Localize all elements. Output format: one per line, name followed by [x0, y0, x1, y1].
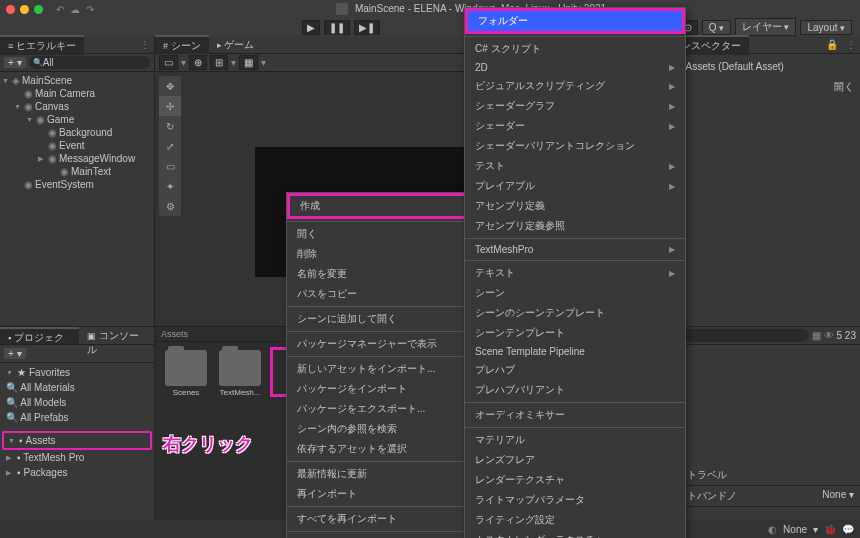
- submenu-item[interactable]: シーンテンプレート: [465, 323, 685, 343]
- hierarchy-item[interactable]: ▼◈ MainScene: [0, 74, 154, 87]
- submenu-item[interactable]: Scene Template Pipeline: [465, 343, 685, 360]
- submenu-item[interactable]: プレイアブル▶: [465, 176, 685, 196]
- assets-folder[interactable]: ▼▪ Assets: [2, 431, 152, 450]
- submenu-item[interactable]: シェーダーバリアントコレクション: [465, 136, 685, 156]
- submenu-item[interactable]: TextMeshPro▶: [465, 241, 685, 258]
- msg-icon[interactable]: 💬: [842, 524, 854, 535]
- minimize-icon[interactable]: [20, 5, 29, 14]
- maximize-icon[interactable]: [34, 5, 43, 14]
- step-button[interactable]: ▶❚: [354, 20, 380, 35]
- hierarchy-item[interactable]: ◉ MainText: [0, 165, 154, 178]
- tab-console[interactable]: ▣ コンソール: [79, 327, 154, 344]
- submenu-item[interactable]: シェーダーグラフ▶: [465, 96, 685, 116]
- submenu-item[interactable]: シーン: [465, 283, 685, 303]
- submenu-item[interactable]: ライティング設定: [465, 510, 685, 530]
- submenu-item[interactable]: C# スクリプト: [465, 39, 685, 59]
- submenu-item[interactable]: シェーダー▶: [465, 116, 685, 136]
- hierarchy-item[interactable]: ▼◉ Canvas: [0, 100, 154, 113]
- undo-icon[interactable]: ↶: [56, 4, 64, 15]
- submenu-item[interactable]: カスタムレンダーテクスチャ: [465, 530, 685, 538]
- hierarchy-tools: + ▾ 🔍 All: [0, 54, 154, 72]
- layers-dropdown[interactable]: レイヤー ▾: [735, 18, 797, 36]
- asset-folder[interactable]: Scenes: [163, 350, 209, 397]
- lock-icon[interactable]: 🔒: [822, 39, 842, 50]
- unity-icon: [336, 3, 348, 15]
- open-button[interactable]: 開く: [657, 80, 854, 94]
- top-toolbar: ▶ ❚❚ ▶❚ ⊙ Q ▾ レイヤー ▾ Layout ▾: [0, 18, 860, 36]
- asset-child[interactable]: ▶▪ TextMesh Pro: [2, 450, 152, 465]
- close-icon[interactable]: [6, 5, 15, 14]
- hierarchy-tree: ▼◈ MainScene◉ Main Camera▼◉ Canvas▼◉ Gam…: [0, 72, 154, 193]
- submenu-item[interactable]: レンダーテクスチャ: [465, 470, 685, 490]
- panel-menu-icon[interactable]: ⋮: [136, 39, 154, 50]
- status-icon[interactable]: ◐: [768, 524, 777, 535]
- transform-tool-icon[interactable]: ✦: [159, 176, 181, 196]
- packages-folder[interactable]: ▶▪ Packages: [2, 465, 152, 480]
- favorite-item[interactable]: 🔍 All Materials: [2, 380, 152, 395]
- tab-game[interactable]: ▸ ゲーム: [209, 36, 263, 54]
- tool-rect[interactable]: ▭: [159, 55, 178, 70]
- tab-scene[interactable]: # シーン: [155, 35, 209, 55]
- bug-icon[interactable]: 🐞: [824, 524, 836, 535]
- favorites-group[interactable]: ▼★Favorites: [2, 365, 152, 380]
- submenu-item[interactable]: アセンブリ定義参照: [465, 216, 685, 236]
- hierarchy-item[interactable]: ◉ Background: [0, 126, 154, 139]
- hierarchy-item[interactable]: ◉ Event: [0, 139, 154, 152]
- asset-name: Assets (Default Asset): [686, 61, 784, 72]
- submenu-item[interactable]: テスト▶: [465, 156, 685, 176]
- custom-tool-icon[interactable]: ⚙: [159, 196, 181, 216]
- project-add-button[interactable]: + ▾: [4, 348, 26, 359]
- tool-grid[interactable]: ▦: [239, 55, 258, 70]
- submenu-item[interactable]: ライトマップパラメータ: [465, 490, 685, 510]
- hand-tool-icon[interactable]: ✥: [159, 76, 181, 96]
- submenu-item[interactable]: フォルダー: [465, 8, 685, 34]
- move-tool-icon[interactable]: ✢: [159, 96, 181, 116]
- project-tree: ▼★Favorites 🔍 All Materials🔍 All Models🔍…: [0, 363, 154, 482]
- status-none: None: [783, 524, 807, 535]
- annotation-right-click: 右クリック: [163, 432, 253, 456]
- titlebar: ↶ ☁ ↷ MainScene - ELENA - Windows, Mac, …: [0, 0, 860, 18]
- hierarchy-search[interactable]: 🔍 All: [29, 56, 150, 69]
- filter-icon[interactable]: ▦: [812, 330, 821, 341]
- submenu-item[interactable]: マテリアル: [465, 430, 685, 450]
- submenu-item[interactable]: 2D▶: [465, 59, 685, 76]
- search-dropdown[interactable]: Q ▾: [702, 20, 731, 35]
- favorite-item[interactable]: 🔍 All Models: [2, 395, 152, 410]
- cloud-icon[interactable]: ☁: [70, 4, 80, 15]
- submenu-item: プレハブバリアント: [465, 380, 685, 400]
- submenu-item[interactable]: ビジュアルスクリプティング▶: [465, 76, 685, 96]
- submenu-item[interactable]: アセンブリ定義: [465, 196, 685, 216]
- layout-dropdown[interactable]: Layout ▾: [800, 20, 852, 35]
- project-panel: ▪ プロジェクト ▣ コンソール + ▾ ▼★Favorites 🔍 All M…: [0, 327, 155, 536]
- favorite-item[interactable]: 🔍 All Prefabs: [2, 410, 152, 425]
- tool-pivot[interactable]: ⊕: [189, 55, 207, 70]
- tool-strip: ✥ ✢ ↻ ⤢ ▭ ✦ ⚙: [159, 76, 181, 216]
- visibility-count: 5 23: [837, 330, 856, 341]
- hierarchy-item[interactable]: ◉ Main Camera: [0, 87, 154, 100]
- chevron-down-icon[interactable]: ▾: [813, 524, 818, 535]
- play-button[interactable]: ▶: [302, 20, 320, 35]
- submenu-item[interactable]: レンズフレア: [465, 450, 685, 470]
- eye-icon[interactable]: 👁: [824, 330, 834, 341]
- submenu-item[interactable]: プレハブ: [465, 360, 685, 380]
- rect-tool-icon[interactable]: ▭: [159, 156, 181, 176]
- hierarchy-item[interactable]: ◉ EventSystem: [0, 178, 154, 191]
- hierarchy-item[interactable]: ▼◉ Game: [0, 113, 154, 126]
- pause-button[interactable]: ❚❚: [324, 20, 350, 35]
- panel-menu-icon[interactable]: ⋮: [842, 39, 860, 50]
- submenu-item[interactable]: テキスト▶: [465, 263, 685, 283]
- submenu-item[interactable]: シーンのシーンテンプレート: [465, 303, 685, 323]
- hierarchy-item[interactable]: ▶◉ MessageWindow: [0, 152, 154, 165]
- hierarchy-tab-bar: ≡ ヒエラルキー ⋮: [0, 36, 154, 54]
- rotate-tool-icon[interactable]: ↻: [159, 116, 181, 136]
- window-controls: [6, 5, 43, 14]
- hierarchy-tab[interactable]: ≡ ヒエラルキー: [0, 35, 84, 55]
- submenu-item[interactable]: オーディオミキサー: [465, 405, 685, 425]
- undo-redo: ↶ ☁ ↷: [56, 4, 86, 15]
- add-button[interactable]: + ▾: [4, 57, 26, 68]
- asset-folder[interactable]: TextMesh...: [217, 350, 263, 397]
- tool-local[interactable]: ⊞: [210, 55, 228, 70]
- create-submenu: フォルダーC# スクリプト2D▶ビジュアルスクリプティング▶シェーダーグラフ▶シ…: [464, 7, 686, 538]
- scale-tool-icon[interactable]: ⤢: [159, 136, 181, 156]
- tab-project[interactable]: ▪ プロジェクト: [0, 327, 79, 344]
